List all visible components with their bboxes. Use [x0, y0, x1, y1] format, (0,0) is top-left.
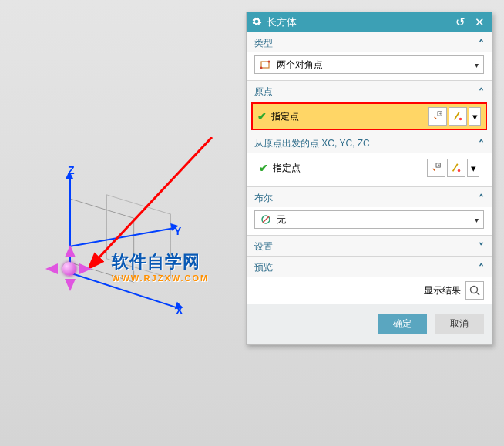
chevron-up-icon: ˄ — [479, 38, 484, 50]
manipulator-right-icon[interactable] — [79, 263, 92, 274]
highlighted-origin-row: ✔ 指定点 + ▾ — [251, 102, 487, 130]
section-label: 类型 — [254, 37, 273, 50]
caret-down-icon: ▾ — [475, 61, 479, 69]
watermark: 软件自学网 WWW.RJZXW.COM — [112, 250, 209, 283]
check-icon: ✔ — [257, 110, 267, 122]
chevron-up-icon: ˄ — [479, 193, 484, 205]
chevron-up-icon: ˄ — [479, 86, 484, 99]
svg-text:+: + — [439, 111, 442, 116]
svg-point-3 — [268, 61, 270, 63]
chevron-down-icon: ˅ — [479, 241, 484, 253]
second-point-label: 指定点 — [273, 162, 301, 175]
close-icon[interactable]: ✕ — [472, 15, 487, 29]
section-label: 布尔 — [254, 192, 273, 205]
section-label: 原点 — [254, 86, 273, 99]
section-header-boolean[interactable]: 布尔 ˄ — [247, 186, 492, 207]
point-picker-button[interactable]: + — [427, 159, 445, 177]
origin-specify-row: ✔ 指定点 + ▾ — [253, 104, 486, 129]
modeling-viewport[interactable]: Z Y X 软件自学网 WWW.RJZXW.COM — [0, 0, 200, 446]
axis-x-label: X — [176, 304, 183, 317]
boolean-none-icon — [260, 213, 272, 226]
svg-text:+: + — [438, 163, 440, 167]
axis-z-label: Z — [68, 164, 75, 176]
reset-icon[interactable]: ↺ — [453, 15, 468, 29]
svg-rect-1 — [261, 62, 269, 68]
point-picker-button[interactable]: + — [428, 107, 447, 126]
caret-down-icon: ▾ — [475, 216, 479, 224]
watermark-url: WWW.RJZXW.COM — [112, 273, 209, 283]
type-combo[interactable]: 两个对角点 ▾ — [254, 55, 484, 74]
section-header-origin[interactable]: 原点 ˄ — [247, 80, 492, 101]
cursor-pick-button[interactable] — [449, 107, 467, 126]
axis-y-label: Y — [174, 225, 181, 237]
dropdown-button[interactable]: ▾ — [469, 107, 481, 126]
dialog-titlebar[interactable]: 长方体 ↺ ✕ — [247, 12, 492, 32]
origin-label: 指定点 — [271, 110, 299, 123]
two-corner-points-icon — [260, 59, 272, 71]
section-header-second-point[interactable]: 从原点出发的点 XC, YC, ZC ˄ — [247, 132, 492, 153]
manipulator-up-icon[interactable] — [65, 245, 76, 257]
section-header-settings[interactable]: 设置 ˅ — [247, 235, 492, 256]
dialog-button-bar: 确定 取消 — [247, 304, 492, 344]
move-origin-handle[interactable] — [62, 262, 76, 276]
show-result-label: 显示结果 — [424, 284, 461, 297]
magnify-button[interactable] — [465, 281, 484, 300]
section-header-preview[interactable]: 预览 ˄ — [247, 256, 492, 277]
svg-line-13 — [477, 293, 479, 295]
manipulator-left-icon[interactable] — [45, 263, 58, 274]
svg-line-11 — [263, 216, 269, 223]
section-label: 预览 — [254, 261, 273, 274]
watermark-text: 软件自学网 — [112, 252, 200, 271]
svg-point-6 — [459, 118, 462, 121]
chevron-up-icon: ˄ — [479, 138, 484, 150]
check-icon: ✔ — [259, 162, 268, 174]
ok-button[interactable]: 确定 — [378, 314, 427, 334]
dropdown-button[interactable]: ▾ — [467, 159, 479, 177]
section-header-type[interactable]: 类型 ˄ — [247, 32, 492, 52]
svg-point-2 — [260, 67, 263, 69]
svg-point-12 — [471, 287, 478, 293]
section-label: 设置 — [254, 240, 273, 253]
gear-icon[interactable] — [251, 16, 262, 29]
cursor-pick-button[interactable] — [447, 159, 465, 177]
boolean-combo-value: 无 — [277, 213, 286, 226]
section-label: 从原点出发的点 XC, YC, ZC — [254, 137, 370, 150]
dialog-title: 长方体 — [267, 15, 449, 29]
second-point-specify-row: ✔ 指定点 + ▾ — [254, 156, 484, 180]
manipulator-down-icon[interactable] — [65, 279, 76, 291]
svg-point-9 — [458, 169, 461, 173]
chevron-up-icon: ˄ — [479, 262, 484, 274]
block-dialog: 长方体 ↺ ✕ 类型 ˄ 两个对角点 ▾ 原点 ˄ ✔ 指定点 + — [246, 12, 492, 345]
cancel-button[interactable]: 取消 — [435, 314, 484, 334]
type-combo-value: 两个对角点 — [277, 59, 323, 72]
axis-z-line — [69, 177, 71, 273]
boolean-combo[interactable]: 无 ▾ — [254, 210, 484, 229]
